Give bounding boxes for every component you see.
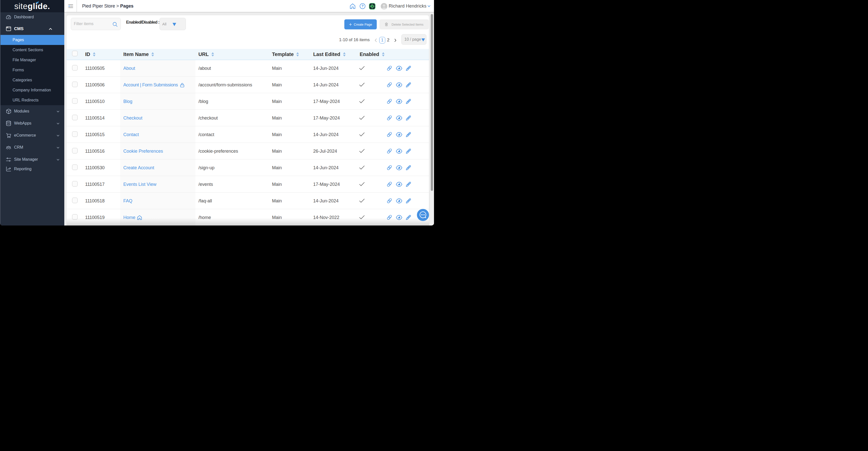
svg-text:?: ? xyxy=(362,4,364,8)
